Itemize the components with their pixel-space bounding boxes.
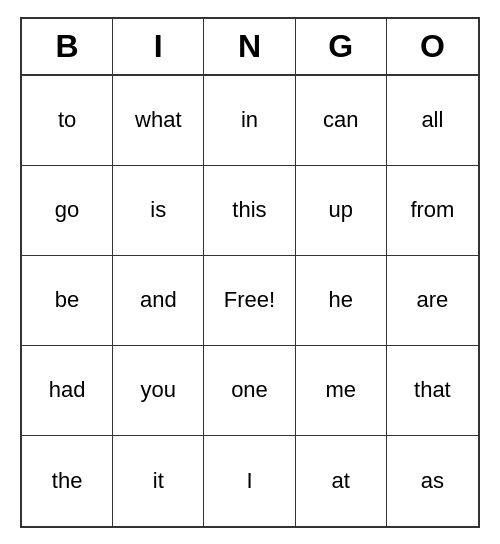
header-letter: B [22, 19, 113, 74]
bingo-card: BINGO towhatincanallgoisthisupfrombeandF… [20, 17, 480, 528]
bingo-cell[interactable]: I [204, 436, 295, 526]
bingo-cell[interactable]: had [22, 346, 113, 436]
bingo-cell[interactable]: as [387, 436, 478, 526]
bingo-cell[interactable]: one [204, 346, 295, 436]
bingo-cell[interactable]: all [387, 76, 478, 166]
bingo-cell[interactable]: the [22, 436, 113, 526]
bingo-cell[interactable]: it [113, 436, 204, 526]
header-letter: I [113, 19, 204, 74]
bingo-cell[interactable]: up [296, 166, 387, 256]
bingo-cell[interactable]: he [296, 256, 387, 346]
bingo-header: BINGO [22, 19, 478, 76]
bingo-cell[interactable]: from [387, 166, 478, 256]
bingo-cell[interactable]: me [296, 346, 387, 436]
bingo-cell[interactable]: to [22, 76, 113, 166]
bingo-cell[interactable]: be [22, 256, 113, 346]
bingo-grid: towhatincanallgoisthisupfrombeandFree!he… [22, 76, 478, 526]
bingo-cell[interactable]: is [113, 166, 204, 256]
bingo-cell[interactable]: what [113, 76, 204, 166]
bingo-cell[interactable]: can [296, 76, 387, 166]
bingo-cell[interactable]: this [204, 166, 295, 256]
bingo-cell[interactable]: that [387, 346, 478, 436]
bingo-cell[interactable]: you [113, 346, 204, 436]
header-letter: N [204, 19, 295, 74]
bingo-cell[interactable]: Free! [204, 256, 295, 346]
bingo-cell[interactable]: go [22, 166, 113, 256]
bingo-cell[interactable]: and [113, 256, 204, 346]
header-letter: G [296, 19, 387, 74]
bingo-cell[interactable]: are [387, 256, 478, 346]
header-letter: O [387, 19, 478, 74]
bingo-cell[interactable]: at [296, 436, 387, 526]
bingo-cell[interactable]: in [204, 76, 295, 166]
